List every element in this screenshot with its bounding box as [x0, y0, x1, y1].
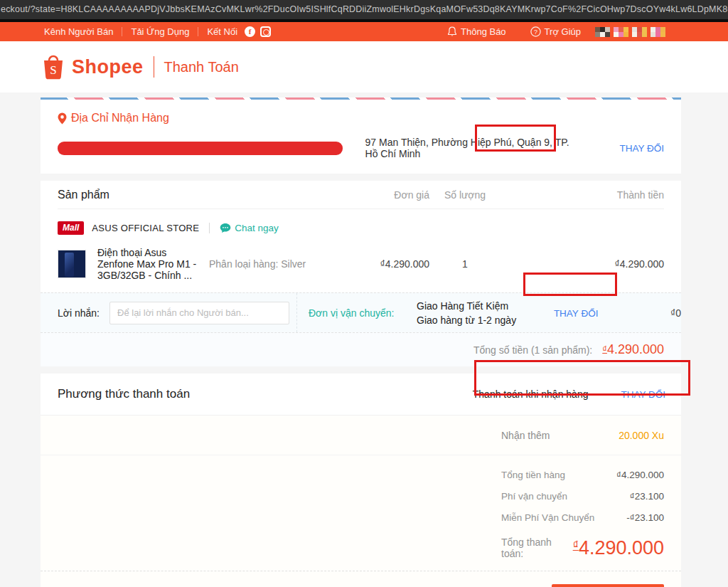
- instagram-icon[interactable]: [260, 26, 271, 37]
- quantity-value: 1: [429, 258, 500, 270]
- grand-total-row: Tổng thanh toán: ₫4.290.000: [41, 529, 681, 571]
- header-divider: [154, 56, 154, 78]
- subtotal-amount: 4.290.000: [607, 342, 664, 356]
- grand-total-value: ₫4.290.000: [573, 537, 664, 559]
- summary-value: ₫4.290.000: [616, 470, 664, 480]
- column-unit-price: Đơn giá: [344, 189, 429, 201]
- product-table-header: Sản phẩm Đơn giá Số lượng Thành tiền: [58, 181, 664, 209]
- facebook-icon[interactable]: f: [245, 26, 255, 37]
- chat-bubble-icon: [220, 223, 231, 233]
- svg-text:S: S: [50, 63, 56, 77]
- page-title: Thanh Toán: [164, 59, 239, 75]
- notifications-menu[interactable]: Thông Báo: [447, 26, 506, 37]
- payment-section-title: Phương thức thanh toán: [58, 387, 190, 401]
- coins-reward-row: Nhận thêm 20.000 Xu: [41, 416, 681, 455]
- location-pin-icon: [58, 112, 67, 125]
- product-variant: Phân loại hàng: Silver: [209, 258, 344, 270]
- product-section-title: Sản phẩm: [58, 189, 109, 201]
- summary-row-free-shipping: Miễn Phí Vận Chuyển -₫23.100: [58, 507, 664, 528]
- address-card: Địa Chỉ Nhận Hàng 97 Man Thiện, Phường H…: [41, 97, 681, 174]
- line-total-value: ₫4.290.000: [500, 258, 664, 270]
- change-shipping-button[interactable]: THAY ĐỔI: [554, 308, 599, 319]
- message-shipping-row: Lời nhắn: Đơn vị vận chuyển: Giao Hàng T…: [41, 292, 681, 332]
- shipping-carrier: Giao Hàng Tiết Kiệm: [417, 299, 516, 313]
- nav-connect[interactable]: Kết Nối: [207, 26, 237, 37]
- checkout-main: Địa Chỉ Nhận Hàng 97 Man Thiện, Phường H…: [41, 97, 681, 587]
- change-payment-button[interactable]: THAY ĐỔI: [621, 389, 665, 400]
- pixel-flag-1: [614, 27, 628, 37]
- subtotal-label: Tổng số tiền (1 sản phẩm):: [473, 344, 592, 356]
- shipping-fee-value: ₫0: [638, 307, 681, 319]
- seller-message-input[interactable]: [109, 302, 289, 324]
- nav-download-app[interactable]: Tải Ứng Dụng: [131, 26, 189, 37]
- address-section-title: Địa Chỉ Nhận Hàng: [71, 112, 169, 125]
- pixel-avatar: [595, 27, 610, 37]
- help-label: Trợ Giúp: [545, 26, 581, 37]
- product-thumbnail: [58, 250, 86, 278]
- social-icons: f: [245, 26, 271, 37]
- summary-row-merchandise: Tổng tiền hàng ₫4.290.000: [58, 464, 664, 485]
- nav-seller-channel[interactable]: Kênh Người Bán: [44, 26, 113, 37]
- question-icon: ?: [530, 26, 541, 37]
- page-header: S Shopee Thanh Toán: [0, 41, 728, 92]
- coins-value: 20.000 Xu: [619, 430, 664, 441]
- column-quantity: Số lượng: [429, 189, 500, 201]
- message-label: Lời nhắn:: [58, 307, 100, 319]
- shipping-unit-label: Đơn vị vận chuyển:: [309, 307, 417, 319]
- svg-text:?: ?: [534, 28, 537, 36]
- summary-value: ₫23.100: [630, 491, 664, 502]
- chat-now-label: Chat ngay: [235, 223, 279, 233]
- order-subtotal-row: Tổng số tiền (1 sản phẩm): ₫4.290.000: [41, 332, 681, 366]
- redacted-recipient-info: [58, 142, 343, 155]
- order-summary: Tổng tiền hàng ₫4.290.000 Phí vận chuyển…: [41, 455, 681, 529]
- product-name: Điện thoại Asus Zenfone Max Pro M1 - 3GB…: [97, 247, 209, 281]
- pixel-flag-2: [632, 27, 647, 37]
- top-navigation: Kênh Người Bán Tải Ứng Dụng Kết Nối f Th…: [0, 22, 728, 41]
- shopee-bag-icon: S: [41, 53, 66, 81]
- change-address-button[interactable]: THAY ĐỔI: [619, 143, 664, 154]
- currency-symbol: ₫: [602, 344, 607, 354]
- shopee-logo[interactable]: S Shopee: [41, 53, 144, 81]
- product-card: Sản phẩm Đơn giá Số lượng Thành tiền Mal…: [41, 181, 681, 366]
- nav-separator: [198, 27, 198, 36]
- summary-value: -₫23.100: [626, 512, 664, 523]
- language-flags-pixelated[interactable]: [595, 27, 665, 37]
- coins-label: Nhận thêm: [501, 430, 550, 441]
- notifications-label: Thông Báo: [461, 26, 506, 37]
- payment-card: Phương thức thanh toán Thanh toán khi nh…: [41, 374, 681, 587]
- summary-label: Tổng tiền hàng: [501, 470, 565, 480]
- subtotal-value: ₫4.290.000: [602, 342, 664, 357]
- shipping-eta: Giao hàng từ 1-2 ngày: [417, 313, 516, 327]
- summary-label: Phí vận chuyển: [501, 491, 567, 502]
- grand-total-label: Tổng thanh toán:: [501, 536, 573, 559]
- payment-header: Phương thức thanh toán Thanh toán khi nh…: [41, 374, 681, 416]
- payment-footer: Đặt Hàng: [41, 571, 681, 587]
- summary-label: Miễn Phí Vận Chuyển: [501, 512, 594, 523]
- grand-total-amount: 4.290.000: [579, 537, 664, 559]
- store-separator: [209, 223, 210, 233]
- summary-row-shipping-fee: Phí vận chuyển ₫23.100: [58, 485, 664, 507]
- help-menu[interactable]: ? Trợ Giúp: [530, 26, 581, 37]
- place-order-button[interactable]: Đặt Hàng: [552, 584, 664, 587]
- product-item-row: Điện thoại Asus Zenfone Max Pro M1 - 3GB…: [58, 238, 664, 292]
- pixel-flag-3: [651, 27, 665, 37]
- store-row: Mall ASUS OFFICIAL STORE Chat ngay: [58, 209, 664, 238]
- payment-method-value: Thanh toán khi nhận hàng: [473, 388, 589, 400]
- unit-price-value: ₫4.290.000: [344, 258, 429, 270]
- nav-separator: [122, 27, 122, 36]
- column-total: Thành tiền: [500, 189, 664, 201]
- store-name[interactable]: ASUS OFFICIAL STORE: [92, 223, 199, 233]
- shipping-address: 97 Man Thiện, Phường Hiệp Phú, Quận 9, T…: [365, 137, 582, 159]
- mall-badge: Mall: [58, 221, 84, 235]
- chat-now-button[interactable]: Chat ngay: [220, 223, 279, 233]
- currency-symbol: ₫: [573, 539, 579, 551]
- browser-url-bar[interactable]: eckout/?state=H8KLCAAAAAAAAAPDjVJbbsKEMA…: [0, 0, 728, 19]
- bell-icon: [447, 26, 457, 37]
- brand-name: Shopee: [72, 56, 144, 78]
